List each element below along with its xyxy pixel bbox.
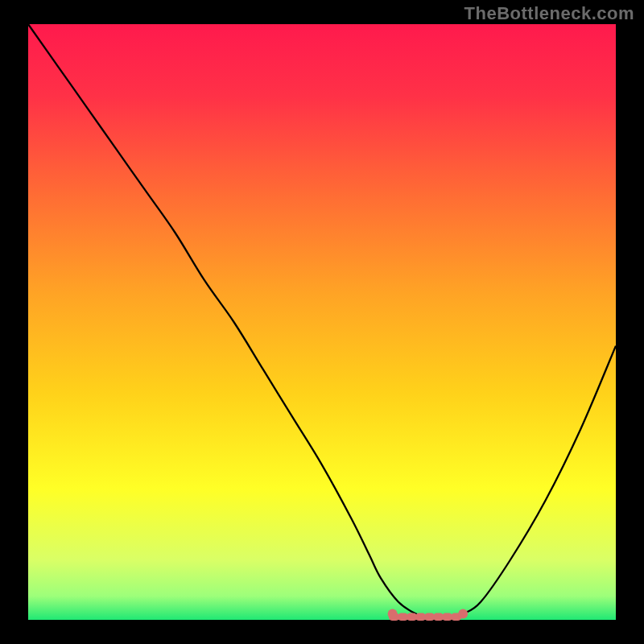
range-endpoint-marker	[388, 609, 398, 619]
range-endpoint-marker	[458, 609, 468, 619]
chart-frame: { "watermark": "TheBottleneck.com", "plo…	[0, 0, 644, 644]
watermark-text: TheBottleneck.com	[464, 3, 634, 24]
bottleneck-chart	[0, 0, 644, 644]
